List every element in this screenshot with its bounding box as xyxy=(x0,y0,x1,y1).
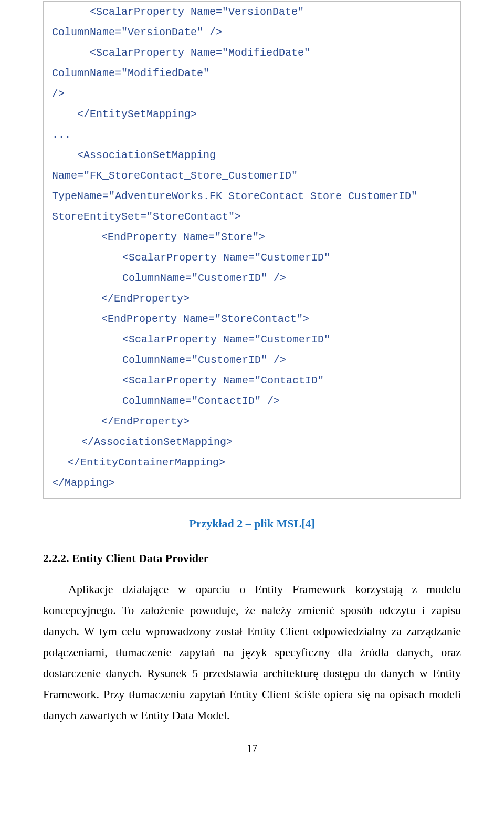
xml-line: </EndProperty> xyxy=(52,288,452,309)
xml-line: </EntitySetMapping> xyxy=(52,104,452,124)
xml-line: <ScalarProperty Name="ModifiedDate" Colu… xyxy=(52,43,452,84)
xml-line: TypeName="AdventureWorks.FK_StoreContact… xyxy=(52,186,452,206)
xml-line: </EntityContainerMapping> xyxy=(52,452,452,473)
xml-line: <ScalarProperty Name="CustomerID" Column… xyxy=(52,247,452,288)
xml-line: <ScalarProperty Name="VersionDate" Colum… xyxy=(52,2,452,43)
xml-line: <EndProperty Name="StoreContact"> xyxy=(52,309,452,329)
xml-line: </AssociationSetMapping> xyxy=(52,432,452,452)
xml-line: </Mapping> xyxy=(52,473,452,493)
xml-line: </EndProperty> xyxy=(52,411,452,432)
xml-line: <ScalarProperty Name="ContactID" ColumnN… xyxy=(52,370,452,411)
xml-line: ... xyxy=(52,124,452,145)
body-paragraph: Aplikacje działające w oparciu o Entity … xyxy=(43,579,461,726)
section-heading: 2.2.2. Entity Client Data Provider xyxy=(43,552,461,565)
xml-line: /> xyxy=(52,84,452,104)
xml-code-block: <ScalarProperty Name="VersionDate" Colum… xyxy=(43,1,461,499)
xml-line: StoreEntitySet="StoreContact"> xyxy=(52,206,452,227)
page-number: 17 xyxy=(43,743,461,770)
xml-line: <AssociationSetMapping Name="FK_StoreCon… xyxy=(52,145,452,186)
xml-line: <ScalarProperty Name="CustomerID" Column… xyxy=(52,329,452,370)
xml-line: <EndProperty Name="Store"> xyxy=(52,227,452,247)
figure-caption: Przykład 2 – plik MSL[4] xyxy=(43,517,461,531)
page-container: <ScalarProperty Name="VersionDate" Colum… xyxy=(0,1,504,770)
